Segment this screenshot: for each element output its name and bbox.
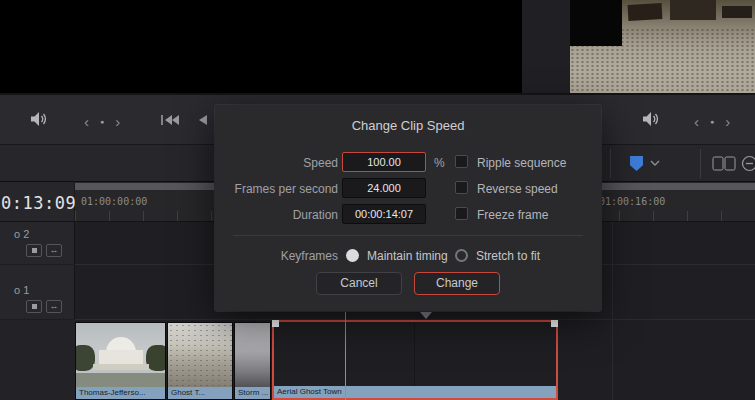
stretch-to-fit-radio[interactable] [455,249,468,262]
keyframes-label: Keyframes [223,249,338,263]
speed-input[interactable] [342,152,426,172]
cancel-button[interactable]: Cancel [316,272,402,295]
duration-input[interactable] [342,204,426,224]
thumb-storm-sky [235,323,270,387]
prev-clip-button[interactable]: ‹ [694,114,699,129]
preview-building-shape [628,3,663,21]
speaker-icon [642,111,660,127]
next-clip-button[interactable]: › [115,114,120,129]
mute-left-button[interactable] [30,111,48,127]
preview-building-shape [722,6,752,18]
jog-dot-icon[interactable]: ● [100,118,104,125]
prev-clip-button[interactable]: ‹ [84,114,89,129]
track-header-panel: o 2 ↔ o 1 ↔ [0,222,75,400]
duration-label: Duration [223,208,338,222]
dialog-title: Change Clip Speed [215,118,601,133]
trim-handle-right[interactable] [551,320,558,327]
step-back-button[interactable] [196,114,208,126]
thumb-ground [76,373,165,387]
speaker-icon [30,111,48,127]
ruler-label: 01:00:16:00 [599,196,665,207]
fps-input[interactable] [342,178,426,198]
timeline-viewer-preview [570,0,755,93]
track-label-v1: o 1 [14,284,29,296]
ruler-label: 01:00:00:00 [81,196,147,207]
thumb-steps [93,364,149,370]
ripple-sequence-checkbox[interactable] [455,155,468,168]
thumb-tree [146,345,165,371]
track-v1-toggles: ↔ [26,300,62,313]
toolbar-divider [700,149,701,178]
video-editor-window: ‹ ● › ‹ ● › [0,0,755,400]
dual-pane-icon [712,156,736,171]
track-label-v2: o 2 [14,228,29,240]
timeline-clip-ghost-town[interactable]: Ghost T... [167,322,233,400]
skip-back-icon [160,114,180,126]
transport-left: ‹ ● › [84,114,120,129]
resize-icon: ↔ [50,302,59,311]
marker-flag-icon [630,156,643,171]
clip-thumbnail [76,323,165,387]
preview-building-shape [670,0,716,20]
maintain-timing-label: Maintain timing [367,249,448,263]
fps-label: Frames per second [223,182,338,196]
speed-unit: % [434,156,445,170]
timeline-clip-aerial-ghost-town-selected[interactable]: Aerial Ghost Town [272,320,558,400]
ruler-gridline [612,222,613,400]
clip-thumbnail [235,323,270,387]
ripple-sequence-label: Ripple sequence [477,156,566,170]
source-viewer [0,0,522,93]
track-enable-toggle[interactable] [26,300,42,313]
freeze-frame-label: Freeze frame [477,208,548,222]
clip-name-label: Storm ... [235,387,270,399]
track-divider [0,264,75,265]
reverse-speed-checkbox[interactable] [455,181,468,194]
enable-icon [32,248,37,253]
dialog-divider [233,235,583,236]
timeline-clip-storm[interactable]: Storm ... [234,322,271,400]
audio-track-header [0,320,75,400]
next-clip-button[interactable]: › [725,114,730,129]
reverse-speed-label: Reverse speed [477,182,558,196]
thumb-snow-hill [168,323,232,387]
zoom-out-button[interactable] [741,155,755,172]
retime-marker-icon [420,312,432,319]
timeline-clip-thomas-jefferson[interactable]: Thomas-Jefferso... [75,322,166,400]
clip-name-label: Aerial Ghost Town [274,386,556,398]
chevron-down-icon [650,160,660,166]
clip-name-label: Thomas-Jefferso... [76,387,165,399]
track-enable-toggle[interactable] [26,244,42,257]
timeline-view-options-button[interactable] [712,156,736,171]
marker-color-button[interactable] [630,156,643,171]
stretch-to-fit-label: Stretch to fit [476,249,540,263]
preview-letterbox [570,0,622,46]
timecode-panel: 0:13:09 [0,182,75,222]
marker-dropdown-button[interactable] [650,160,660,166]
clip-thumbnail [168,323,232,387]
thumb-building [99,350,143,364]
skip-to-start-button[interactable] [160,114,180,126]
clip-name-label: Ghost T... [168,387,232,399]
freeze-frame-checkbox[interactable] [455,207,468,220]
resize-icon: ↔ [50,246,59,255]
track-resize-toggle[interactable]: ↔ [46,244,62,257]
step-back-icon [196,114,208,126]
jog-dot-icon[interactable]: ● [710,118,714,125]
change-button[interactable]: Change [414,272,500,295]
change-clip-speed-dialog: Change Clip Speed Speed % Ripple sequenc… [215,105,601,311]
clip-thumbnail [415,322,556,386]
playhead-timecode: 0:13:09 [1,193,76,213]
speed-label: Speed [223,156,338,170]
track-resize-toggle[interactable]: ↔ [46,300,62,313]
mute-right-button[interactable] [642,111,660,127]
transport-right: ‹ ● › [694,114,730,129]
enable-icon [32,304,37,309]
toolbar-divider [610,149,611,178]
track-v2-toggles: ↔ [26,244,62,257]
trim-handle-left[interactable] [272,320,279,327]
minus-circle-icon [741,155,755,172]
maintain-timing-radio[interactable] [346,249,359,262]
